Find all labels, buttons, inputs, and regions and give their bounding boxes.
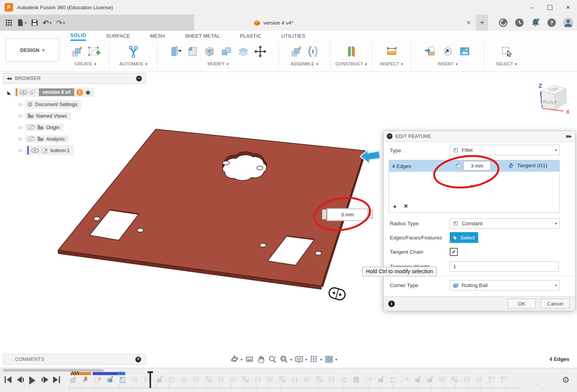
corner-type-dropdown[interactable]: Rolling Ball ▾: [450, 280, 560, 291]
press-pull-button[interactable]: [168, 44, 183, 59]
timeline-step-forward-button[interactable]: [42, 376, 48, 383]
select-tool-button[interactable]: [499, 44, 514, 59]
group-automate-label[interactable]: AUTOMATE ▾: [110, 61, 157, 66]
timeline-go-to-start-button[interactable]: [5, 376, 12, 383]
split-body-button[interactable]: [236, 44, 251, 59]
small-hole[interactable]: [94, 217, 100, 221]
minimize-button[interactable]: –: [523, 0, 541, 15]
group-insert-label[interactable]: INSERT ▾: [411, 61, 484, 66]
tab-utilities[interactable]: UTILITIES: [281, 33, 305, 40]
workspace-switcher[interactable]: DESIGN ▾: [5, 38, 59, 61]
dialog-dock-button[interactable]: ▶▶: [566, 134, 571, 139]
timeline-feature-extrude-icon[interactable]: [155, 375, 163, 384]
tree-collapsed-icon[interactable]: ▷: [18, 125, 23, 130]
new-tab-button[interactable]: +: [476, 15, 488, 31]
browser-item-analysis[interactable]: ▷ Analysis: [18, 134, 68, 144]
edge-set-row[interactable]: 4 Edges Tangent (G1): [389, 160, 559, 172]
job-status-button[interactable]: [514, 17, 525, 28]
cancel-button[interactable]: Cancel: [540, 299, 570, 309]
in-context-badge[interactable]: C: [76, 89, 83, 96]
timeline-feature-extrude-icon[interactable]: [377, 375, 385, 384]
user-account-button[interactable]: [562, 17, 574, 28]
browser-item-document-settings[interactable]: ▷ ⚙ Document Settings: [18, 99, 81, 109]
create-sketch-button[interactable]: [86, 44, 101, 59]
new-component-button[interactable]: [289, 44, 303, 59]
browser-display-settings-button[interactable]: –: [136, 76, 142, 81]
visibility-off-icon[interactable]: [27, 125, 35, 130]
timeline-feature-link-icon[interactable]: [303, 375, 311, 384]
timeline-feature-joint-icon[interactable]: [217, 375, 225, 384]
small-hole[interactable]: [257, 166, 263, 170]
tab-surface[interactable]: SURFACE: [106, 33, 130, 40]
document-tab[interactable]: version 4 v4*: [254, 15, 293, 31]
small-hole[interactable]: [260, 243, 266, 247]
app-grid-button[interactable]: [4, 17, 14, 28]
tree-collapsed-icon[interactable]: ▷: [18, 113, 23, 118]
timeline-feature-combine-icon[interactable]: [315, 375, 323, 384]
info-icon[interactable]: i: [388, 301, 395, 307]
timeline-settings-button[interactable]: ⚙: [562, 375, 570, 385]
add-comment-button[interactable]: +: [135, 357, 141, 362]
timeline-go-to-end-button[interactable]: [53, 376, 60, 383]
radius-input[interactable]: [463, 161, 491, 171]
insert-svg-button[interactable]: SVG: [424, 44, 438, 59]
visibility-off-icon[interactable]: [27, 136, 35, 141]
timeline-feature-body-icon[interactable]: [475, 375, 483, 384]
file-menu-button[interactable]: ▾: [15, 17, 28, 28]
activate-component-radio[interactable]: ◉: [85, 89, 90, 96]
timeline-feature-joint-icon[interactable]: [463, 375, 471, 384]
small-hole[interactable]: [223, 161, 229, 165]
timeline-feature-joint-icon[interactable]: [254, 375, 262, 384]
plate-top-face[interactable]: [58, 129, 365, 286]
timeline-feature-extrude-icon[interactable]: [106, 375, 114, 384]
group-inspect-label[interactable]: INSPECT ▾: [372, 61, 411, 66]
remove-edge-set-button[interactable]: ✕: [404, 203, 408, 211]
root-component-label[interactable]: version 4 v4: [39, 88, 74, 96]
automate-button[interactable]: [126, 44, 141, 59]
document-tab-close-button[interactable]: ✕: [463, 15, 474, 31]
flip-direction-handle[interactable]: [328, 287, 346, 301]
timeline-feature-extrude-icon[interactable]: [414, 375, 422, 384]
redo-button[interactable]: ↷ ▾: [55, 17, 67, 28]
select-button[interactable]: Select: [450, 232, 478, 243]
zoom-button[interactable]: ±: [268, 355, 277, 364]
orbit-button[interactable]: ▾: [230, 355, 243, 364]
insert-canvas-button[interactable]: [457, 44, 472, 59]
dimension-input-box[interactable]: [327, 209, 368, 221]
timeline-feature-sketch-icon[interactable]: [364, 375, 372, 384]
dimension-input[interactable]: [328, 211, 367, 218]
save-button[interactable]: [30, 17, 40, 28]
tab-plastic[interactable]: PLASTIC: [240, 33, 261, 40]
timeline-feature-pattern-icon[interactable]: [487, 375, 496, 384]
dialog-header[interactable]: – EDIT FEATURE ▶▶: [384, 131, 575, 142]
dimension-options-stub[interactable]: [368, 210, 373, 219]
ok-button[interactable]: OK: [507, 299, 536, 309]
dimension-drag-handle[interactable]: [322, 209, 326, 219]
timeline-feature-pattern-icon[interactable]: [500, 375, 508, 384]
timeline-feature-joint-icon[interactable]: [291, 375, 299, 384]
timeline-feature-joint-icon[interactable]: [328, 375, 336, 384]
tree-expanded-icon[interactable]: ◣: [7, 90, 12, 95]
tree-collapsed-icon[interactable]: ▷: [18, 148, 23, 153]
timeline-feature-pin-icon[interactable]: [81, 375, 90, 384]
timeline-feature-sketch-icon[interactable]: [94, 375, 102, 384]
group-assemble-label[interactable]: ASSEMBLE ▾: [279, 61, 330, 66]
timeline-play-button[interactable]: [29, 376, 35, 385]
timeline-feature-fillet-icon[interactable]: [168, 375, 176, 384]
timeline-feature-joint-icon[interactable]: [192, 375, 200, 384]
tab-mesh[interactable]: MESH: [150, 33, 165, 40]
timeline-feature-link-icon[interactable]: [131, 375, 139, 384]
grid-layout-button[interactable]: ▾: [309, 355, 322, 364]
viewports-button[interactable]: ▾: [324, 355, 337, 364]
fit-button[interactable]: ▾: [279, 355, 292, 364]
type-dropdown[interactable]: Fillet ▾: [450, 145, 560, 155]
help-button[interactable]: ?: [546, 17, 557, 28]
timeline-feature-fillet-icon[interactable]: [389, 375, 397, 384]
dialog-grip-icon[interactable]: –: [387, 133, 392, 139]
radius-type-dropdown[interactable]: Constant ▾: [450, 218, 560, 229]
timeline-feature-combine-icon[interactable]: [278, 375, 286, 384]
timeline-feature-combine-icon[interactable]: [451, 375, 459, 384]
timeline-feature-fillet-icon[interactable]: [118, 375, 126, 384]
view-cube[interactable]: TOP FRONT Z X: [534, 77, 577, 117]
fillet-button[interactable]: [185, 44, 200, 59]
